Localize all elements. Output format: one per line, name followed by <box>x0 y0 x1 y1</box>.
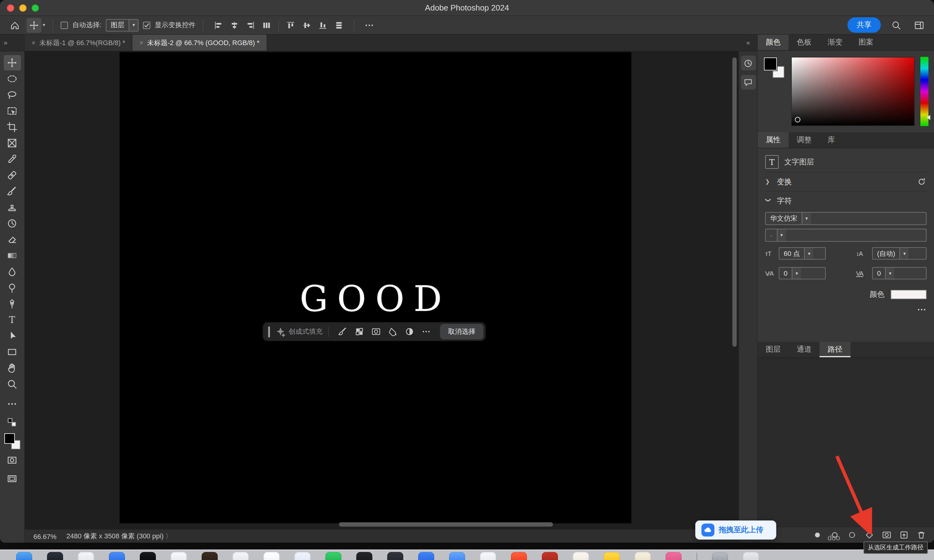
foreground-background-swatch[interactable] <box>4 433 20 449</box>
panel-color-swatches[interactable] <box>763 57 786 79</box>
dock-app-icon[interactable] <box>542 552 558 560</box>
tool-marquee[interactable] <box>3 71 21 86</box>
fill-drop-icon[interactable] <box>388 327 398 336</box>
delete-button[interactable] <box>917 530 926 540</box>
tool-zoom[interactable] <box>3 377 21 392</box>
align-bottom-icon[interactable] <box>316 18 330 32</box>
tool-eraser[interactable] <box>3 232 21 247</box>
tool-object-selection[interactable] <box>3 103 21 118</box>
dock-app-icon[interactable] <box>573 552 589 560</box>
dock-app-icon[interactable] <box>387 552 403 560</box>
drag-handle[interactable] <box>268 326 270 337</box>
tool-path-select[interactable] <box>3 328 21 344</box>
workspace-icon[interactable] <box>912 18 926 32</box>
align-right-icon[interactable] <box>243 18 258 32</box>
tool-history-brush[interactable] <box>3 216 21 231</box>
document-tab-1[interactable]: × 未标题-1 @ 66.7%(RGB/8) * <box>25 35 133 51</box>
dock-app-icon[interactable] <box>480 552 496 560</box>
minimize-window-button[interactable] <box>19 4 26 11</box>
kerning-dropdown[interactable]: 0▾ <box>779 267 826 279</box>
expand-toolbar-button[interactable]: » <box>0 35 24 51</box>
current-tool-icon[interactable] <box>26 18 42 32</box>
dock-app-icon[interactable] <box>78 552 94 560</box>
dock-app-icon[interactable] <box>325 552 341 560</box>
canvas-area[interactable]: GOOD 创成式填充 取消选择 <box>25 51 738 529</box>
edit-toolbar-icon[interactable] <box>3 396 21 412</box>
fill-path-button[interactable] <box>813 530 822 540</box>
hue-slider[interactable] <box>920 57 928 126</box>
auto-select-target-dropdown[interactable]: 图层▾ <box>106 19 139 31</box>
distribute-v-icon[interactable] <box>331 18 347 32</box>
font-family-dropdown[interactable]: 华文仿宋▾ <box>765 212 926 225</box>
font-size-dropdown[interactable]: 60 点▾ <box>779 247 826 260</box>
horizontal-scrollbar[interactable] <box>339 522 553 527</box>
share-button[interactable]: 共享 <box>848 17 881 33</box>
paths-panel-content[interactable] <box>758 358 934 527</box>
more-options-icon[interactable] <box>917 305 926 315</box>
dock-app-icon[interactable] <box>171 552 187 560</box>
dock-app-icon[interactable] <box>511 552 527 560</box>
new-path-button[interactable] <box>899 530 909 540</box>
dock-app-icon[interactable] <box>202 552 218 560</box>
history-panel-icon[interactable] <box>741 55 755 71</box>
close-icon[interactable]: × <box>32 39 35 46</box>
auto-select-checkbox[interactable] <box>61 22 68 29</box>
vertical-scrollbar[interactable] <box>732 57 737 347</box>
color-tab-2[interactable]: 色板 <box>789 35 820 50</box>
comments-panel-icon[interactable] <box>741 75 755 90</box>
dock-app-icon[interactable] <box>418 552 434 560</box>
layers-tab-3[interactable]: 路径 <box>820 342 851 357</box>
upload-widget[interactable]: 拖拽至此上传 <box>695 520 776 540</box>
color-picker-cursor[interactable] <box>795 117 800 122</box>
layers-tab-2[interactable]: 通道 <box>789 342 820 357</box>
dock-app-icon[interactable] <box>666 552 682 560</box>
tool-move[interactable] <box>3 55 21 71</box>
home-icon[interactable] <box>8 18 22 32</box>
document-tab-2[interactable]: × 未标题-2 @ 66.7% (GOOD, RGB/8) * <box>133 35 267 51</box>
saturation-brightness-field[interactable] <box>791 57 915 126</box>
mask-button[interactable] <box>882 530 891 540</box>
screen-mode-icon[interactable] <box>3 471 21 486</box>
layers-tab-1[interactable]: 图层 <box>758 342 789 357</box>
properties-tab-1[interactable]: 属性 <box>758 132 789 148</box>
fullscreen-window-button[interactable] <box>32 4 39 11</box>
quick-mask-icon[interactable] <box>3 452 21 468</box>
close-icon[interactable]: × <box>139 39 143 46</box>
dock-app-icon[interactable] <box>264 552 280 560</box>
foreground-color-swatch[interactable] <box>764 57 777 71</box>
deselect-button[interactable]: 取消选择 <box>440 324 483 339</box>
dots-h-icon[interactable] <box>422 327 431 336</box>
mask-icon[interactable] <box>371 327 381 336</box>
load-selection-button[interactable] <box>848 530 857 540</box>
search-icon[interactable] <box>889 18 904 32</box>
dock-app-icon[interactable] <box>356 552 372 560</box>
generative-fill-button[interactable]: 创成式填充 <box>276 327 322 337</box>
dock-app-icon[interactable] <box>743 552 759 560</box>
contrast-icon[interactable] <box>405 327 414 336</box>
more-options-icon[interactable] <box>362 18 377 32</box>
font-style-dropdown[interactable]: -▾ <box>765 229 926 242</box>
chevron-down-icon[interactable]: ▾ <box>43 22 45 28</box>
tool-hand[interactable] <box>3 360 21 376</box>
zoom-level[interactable]: 66.67% <box>33 532 57 540</box>
align-middle-v-icon[interactable] <box>299 18 314 32</box>
dock-app-icon[interactable] <box>109 552 125 560</box>
align-left-icon[interactable] <box>211 18 226 32</box>
transform-section-header[interactable]: ❯ 变换 <box>765 172 926 191</box>
character-section-header[interactable]: ❯ 字符 <box>765 191 926 210</box>
tool-type[interactable]: T <box>3 312 21 328</box>
dock-app-icon[interactable] <box>140 552 156 560</box>
dock-app-icon[interactable] <box>635 552 651 560</box>
tracking-dropdown[interactable]: 0▾ <box>872 267 926 279</box>
tool-dodge[interactable] <box>3 280 21 295</box>
tool-blur[interactable] <box>3 264 21 279</box>
dock-app-icon[interactable] <box>233 552 249 560</box>
tool-healing[interactable] <box>3 168 21 183</box>
color-tab-1[interactable]: 颜色 <box>758 35 789 50</box>
properties-tab-2[interactable]: 调整 <box>789 132 820 148</box>
properties-tab-3[interactable]: 库 <box>820 132 843 148</box>
tool-pen[interactable] <box>3 296 21 312</box>
color-tab-4[interactable]: 图案 <box>851 35 882 50</box>
align-top-icon[interactable] <box>283 18 298 32</box>
document-canvas[interactable]: GOOD <box>120 52 631 523</box>
